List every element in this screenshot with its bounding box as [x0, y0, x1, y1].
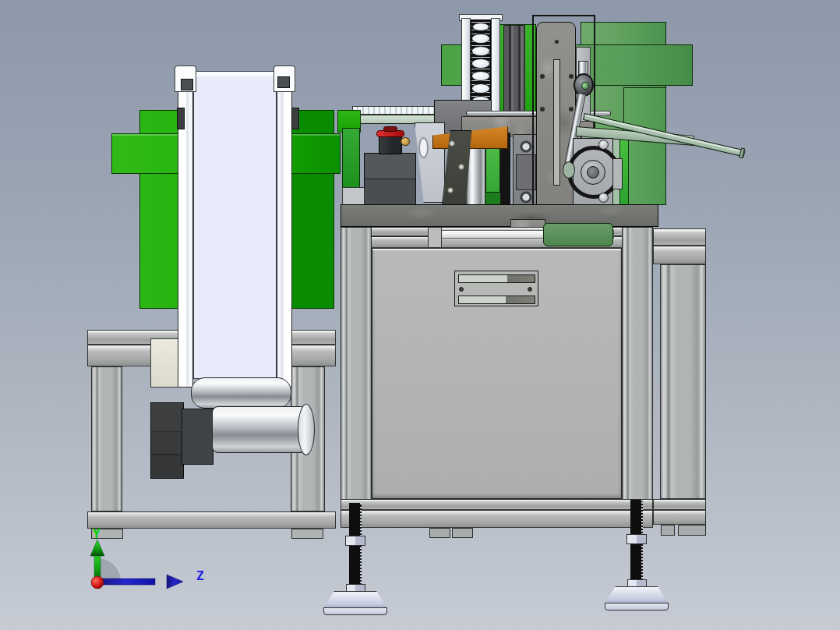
cam-bolt	[598, 140, 609, 150]
foot-cone	[323, 591, 387, 608]
conveyor-rail-right	[277, 69, 292, 388]
frame-right-post	[622, 227, 653, 528]
stand-bottom-beam	[87, 511, 336, 529]
rail-clamp-left	[177, 108, 185, 129]
feed-part	[471, 46, 490, 56]
ext-top-beam	[653, 228, 706, 246]
x-axis-origin-ball[interactable]	[91, 576, 104, 589]
plate-hole	[555, 40, 559, 44]
conveyor-belt[interactable]	[193, 71, 277, 379]
cam-mechanism[interactable]	[565, 136, 627, 211]
foot-base	[605, 603, 669, 611]
vent-slot-plate	[454, 271, 538, 306]
ext-foot-tab	[678, 525, 706, 536]
motor-end-cap	[298, 404, 315, 455]
y-axis-label: Y	[93, 529, 101, 541]
foot-base	[323, 607, 387, 615]
feed-part	[471, 83, 490, 94]
gearbox-flange	[182, 409, 214, 465]
bearing-ball	[581, 82, 589, 90]
threaded-rod	[349, 503, 362, 593]
stand-foot-pad	[291, 529, 323, 539]
leveling-foot-left[interactable]	[323, 503, 387, 616]
leveling-foot-right[interactable]	[605, 500, 669, 613]
frame-foot-tab	[452, 528, 473, 538]
cam-side-bracket	[612, 158, 623, 189]
feed-part	[472, 23, 489, 31]
guide-bar-end-cap	[739, 147, 745, 158]
green-mount-plate[interactable]	[543, 223, 613, 246]
head-bearing-left	[181, 79, 193, 90]
stand-left-leg	[91, 366, 122, 511]
rail-clamp-right	[291, 108, 299, 129]
frame-mid-post-stub	[428, 227, 442, 248]
orientation-triad[interactable]: Y Z	[45, 529, 217, 626]
plate-hole	[540, 74, 545, 79]
feed-part	[471, 34, 490, 44]
left-green-strip	[342, 128, 360, 189]
vent-slot	[458, 274, 535, 283]
plate-slot	[553, 59, 560, 186]
rail-guide-strips	[503, 25, 525, 112]
plate-hole	[418, 137, 429, 158]
head-bearing-right	[277, 76, 290, 88]
estop-cap	[383, 126, 397, 132]
conveyor-drive-motor[interactable]	[212, 406, 307, 453]
foot-cone	[605, 586, 669, 603]
ext-vertical-profile	[660, 264, 706, 499]
frame-left-post	[341, 227, 372, 528]
gearbox[interactable]	[150, 402, 184, 479]
ext-top-beam2	[653, 246, 706, 264]
plate-hole	[569, 107, 574, 111]
frame-foot-tab	[429, 528, 450, 538]
feed-part	[471, 71, 490, 81]
hex-nut	[345, 536, 365, 546]
z-axis-label: Z	[196, 568, 204, 583]
left-gray-block	[342, 187, 365, 205]
cam-cutout	[563, 161, 575, 179]
cam-bolt	[598, 193, 609, 203]
cad-viewport[interactable]: Y Z	[0, 0, 840, 630]
hex-nut	[626, 534, 647, 544]
plate-hole	[569, 74, 574, 79]
belt-roller	[191, 377, 291, 409]
plate-hole	[540, 107, 545, 111]
vent-slot	[458, 296, 535, 304]
green-panel-mid	[623, 87, 666, 205]
vent-hole	[528, 287, 532, 292]
cam-hub-inner	[587, 166, 599, 179]
feed-part	[471, 58, 490, 69]
part-rail-right	[491, 18, 500, 115]
estop-housing[interactable]	[364, 153, 416, 205]
vent-hole	[459, 287, 464, 292]
gold-knob	[401, 137, 410, 146]
